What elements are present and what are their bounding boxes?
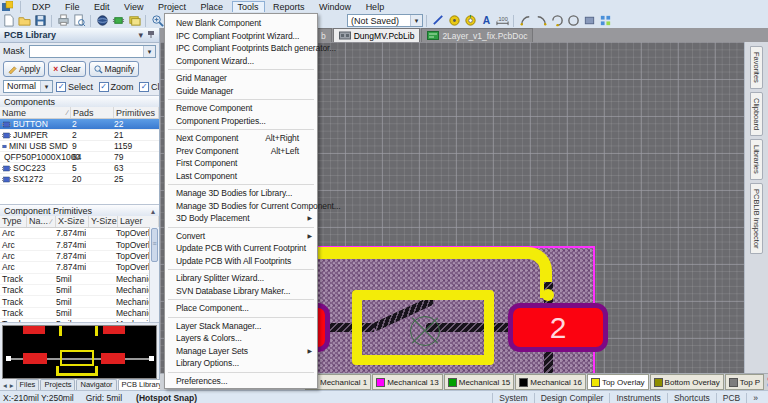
arc-center-tool-icon[interactable] xyxy=(517,14,533,28)
component-row[interactable]: SX1272 20 25 xyxy=(0,174,159,185)
status-bar-button[interactable]: PCB xyxy=(716,393,746,403)
menu-item[interactable]: Grid Manager ▶ xyxy=(166,72,316,85)
panel-tab[interactable]: PCB Library xyxy=(118,379,166,390)
primitive-row[interactable]: Arc 7.874mil TopOverlay xyxy=(0,251,149,262)
panel-tab[interactable]: Projects xyxy=(40,379,75,390)
arc-edge-tool-icon[interactable] xyxy=(533,14,549,28)
via-tool-icon[interactable] xyxy=(462,14,478,28)
scroll-right-icon[interactable]: ▸ xyxy=(9,381,15,390)
pin-icon[interactable] xyxy=(147,30,155,41)
menu-item[interactable]: Prev Component Alt+Left ▶ xyxy=(166,145,316,158)
menubar-item[interactable]: DXP xyxy=(26,2,57,12)
menu-item[interactable]: Library Splitter Wizard... ▶ xyxy=(166,272,316,285)
menu-item[interactable]: SVN Database Library Maker... ▶ xyxy=(166,285,316,298)
layer-tab[interactable]: Top Overlay xyxy=(587,374,649,390)
menu-item[interactable]: First Component ▶ xyxy=(166,157,316,170)
document-state-dropdown[interactable]: (Not Saved) ▾ xyxy=(347,14,423,27)
layer-tab[interactable]: Bottom Overlay xyxy=(650,374,724,390)
open-folder-icon[interactable] xyxy=(16,14,32,28)
menu-item[interactable]: 3D Body Placement ▶ xyxy=(166,212,316,225)
menu-item[interactable]: Update PCB With All Footprints ▶ xyxy=(166,255,316,268)
primitives-table-header[interactable]: Type Na... ∕ X-Size Y-Size Layer xyxy=(0,216,159,228)
save-icon[interactable] xyxy=(32,14,48,28)
layer-tab[interactable]: Mechanical 15 xyxy=(444,374,515,390)
scroll-left-icon[interactable]: ◂ xyxy=(2,381,8,390)
pad-2[interactable]: 2 xyxy=(508,303,608,352)
side-panel-tab[interactable]: Libraries xyxy=(750,139,763,180)
menubar-item[interactable]: Place xyxy=(195,2,230,12)
menu-item[interactable]: Place Component... ▶ xyxy=(166,302,316,315)
board-icon[interactable] xyxy=(126,14,142,28)
document-tab[interactable]: DungMV.PcbLib xyxy=(333,28,421,42)
mask-dropdown[interactable]: ▾ xyxy=(29,45,156,58)
menu-item[interactable]: IPC Compliant Footprint Wizard... ▶ xyxy=(166,30,316,43)
collapse-icon[interactable]: ▴ xyxy=(151,207,155,216)
menu-item[interactable]: New Blank Component ▶ xyxy=(166,17,316,30)
menubar-item[interactable]: Window xyxy=(313,2,357,12)
menu-item[interactable]: Update PCB With Current Footprint ▶ xyxy=(166,242,316,255)
menu-item[interactable]: Next Component Alt+Right ▶ xyxy=(166,132,316,145)
magnify-button[interactable]: Magnify xyxy=(89,61,140,77)
primitive-row[interactable]: Arc 7.874mil TopOverlay xyxy=(0,239,149,250)
component-row[interactable]: JUMPER 2 21 xyxy=(0,130,159,141)
layer-tab[interactable]: Mechanical 13 xyxy=(372,374,443,390)
menu-item[interactable]: Preferences... ▶ xyxy=(166,375,316,388)
component-row[interactable]: BUTTON 2 22 xyxy=(0,119,159,130)
panel-tab[interactable]: Files xyxy=(16,379,40,390)
menubar-item[interactable]: Reports xyxy=(267,2,311,12)
panel-menu-icon[interactable]: ▾ xyxy=(138,30,143,40)
menubar-item[interactable]: View xyxy=(118,2,149,12)
view-3d-icon[interactable] xyxy=(94,14,110,28)
status-bar-button[interactable]: System xyxy=(492,393,533,403)
component-row[interactable]: QFP50P1000X1000 64 79 xyxy=(0,152,159,163)
menu-item[interactable]: Manage 3D Bodies for Current Component..… xyxy=(166,200,316,213)
status-bar-button[interactable]: Design Compiler xyxy=(534,393,610,403)
primitive-row[interactable]: Arc 7.874mil TopOverlay xyxy=(0,262,149,273)
menu-item[interactable]: Layers & Colors... ▶ xyxy=(166,332,316,345)
string-tool-icon[interactable]: A xyxy=(478,14,494,28)
component-row[interactable]: SOC223 5 63 xyxy=(0,163,159,174)
status-bar-button[interactable]: Instruments xyxy=(609,393,666,403)
layer-tab[interactable]: Mechanical 16 xyxy=(515,374,586,390)
menu-item[interactable]: Component Wizard... ▶ xyxy=(166,55,316,68)
primitive-row[interactable]: Track 5mil Mechanical xyxy=(0,274,149,285)
menu-item[interactable]: Last Component ▶ xyxy=(166,170,316,183)
menu-item[interactable]: Guide Manager ▶ xyxy=(166,85,316,98)
primitives-scrollbar[interactable]: ≡ xyxy=(149,227,159,322)
apply-button[interactable]: Apply xyxy=(3,61,45,77)
dimension-tool-icon[interactable]: .100 xyxy=(494,14,510,28)
pad-tool-icon[interactable] xyxy=(446,14,462,28)
component-row[interactable]: MINI USB SMD 9 1159 xyxy=(0,141,159,152)
side-panel-tab[interactable]: Clipboard xyxy=(750,92,763,136)
new-document-icon[interactable] xyxy=(0,14,16,28)
print-icon[interactable] xyxy=(55,14,71,28)
status-bar-button[interactable]: » xyxy=(746,393,764,403)
line-tool-icon[interactable] xyxy=(430,14,446,28)
menu-item[interactable]: Remove Component ▶ xyxy=(166,102,316,115)
menubar-item[interactable]: Project xyxy=(152,2,192,12)
side-panel-tab[interactable]: Favorites xyxy=(750,46,763,89)
menu-item[interactable]: Layer Stack Manager... ▶ xyxy=(166,320,316,333)
menubar-item[interactable]: Help xyxy=(360,2,391,12)
status-bar-button[interactable]: Shortcuts xyxy=(667,393,716,403)
full-circle-tool-icon[interactable] xyxy=(565,14,581,28)
menu-item[interactable]: Convert ▶ xyxy=(166,230,316,243)
menubar-item[interactable]: File xyxy=(59,2,86,12)
mode-dropdown[interactable]: Normal ▾ xyxy=(3,80,53,93)
zoom-in-icon[interactable] xyxy=(149,14,165,28)
component-icon[interactable] xyxy=(110,14,126,28)
fill-tool-icon[interactable] xyxy=(581,14,597,28)
primitive-row[interactable]: Track 5mil Mechanical xyxy=(0,285,149,296)
menu-item[interactable]: IPC Compliant Footprints Batch generator… xyxy=(166,42,316,55)
print-preview-icon[interactable] xyxy=(71,14,87,28)
primitive-row[interactable]: Track 5mil Mechanical xyxy=(0,319,149,323)
primitive-row[interactable]: Track 5mil Mechanical xyxy=(0,308,149,319)
menubar-item[interactable]: Edit xyxy=(88,2,116,12)
primitive-row[interactable]: Track 5mil Mechanical xyxy=(0,296,149,307)
primitive-row[interactable]: Arc 7.874mil TopOverlay xyxy=(0,228,149,239)
components-table-header[interactable]: Name∕ Pads Primitives xyxy=(0,107,159,119)
layer-tab[interactable]: Top P xyxy=(725,374,764,390)
checkbox[interactable]: ✓ Zoom xyxy=(99,82,134,92)
panel-tab[interactable]: Navigator xyxy=(76,379,116,390)
menu-item[interactable]: Component Properties... ▶ xyxy=(166,115,316,128)
